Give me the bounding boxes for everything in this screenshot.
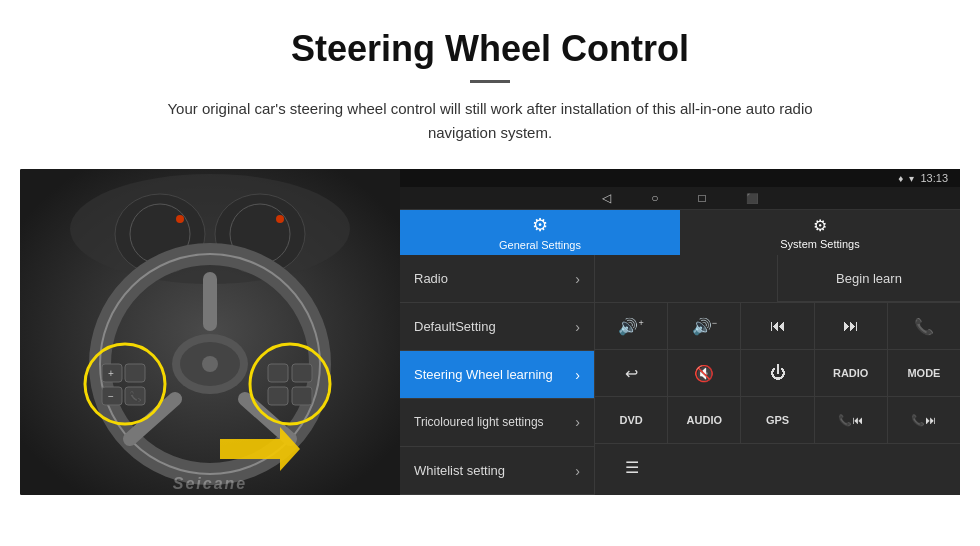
nav-recents-icon[interactable]: □ [699, 191, 706, 205]
dvd-button[interactable]: DVD [595, 397, 668, 443]
menu-item-default[interactable]: DefaultSetting › [400, 303, 594, 351]
android-device: ♦ ▾ 13:13 ◁ ○ □ ⬛ ⚙ General Settings ⚙ [400, 169, 960, 495]
menu-radio-label: Radio [414, 271, 448, 286]
begin-learn-label: Begin learn [836, 271, 902, 286]
phone-icon: 📞 [914, 317, 934, 336]
vol-down-button[interactable]: 🔊− [668, 303, 741, 349]
menu-tricolour-label: Tricoloured light settings [414, 415, 544, 429]
menu-default-label: DefaultSetting [414, 319, 496, 334]
audio-button[interactable]: AUDIO [668, 397, 741, 443]
dvd-label: DVD [619, 414, 642, 426]
chevron-icon: › [575, 414, 580, 431]
svg-point-7 [176, 215, 184, 223]
phone-next-icon: 📞⏭ [911, 414, 936, 427]
button-row-1: 🔊+ 🔊− ⏮ ⏭ 📞 [595, 303, 960, 350]
radio-button[interactable]: RADIO [815, 350, 888, 396]
svg-text:📞: 📞 [129, 390, 142, 403]
wifi-icon: ▾ [909, 173, 914, 184]
android-statusbar: ♦ ▾ 13:13 [400, 169, 960, 187]
menu-item-radio[interactable]: Radio › [400, 255, 594, 303]
panel-empty-box [595, 255, 778, 302]
svg-rect-28 [268, 387, 288, 405]
mute-icon: 🔇 [694, 364, 714, 383]
menu-icon-button[interactable]: ☰ [595, 444, 668, 490]
vol-up-button[interactable]: 🔊+ [595, 303, 668, 349]
svg-point-16 [202, 356, 218, 372]
page-wrapper: Steering Wheel Control Your original car… [0, 0, 980, 495]
android-navbar[interactable]: ◁ ○ □ ⬛ [400, 187, 960, 210]
svg-text:−: − [108, 391, 114, 402]
mode-button[interactable]: MODE [888, 350, 960, 396]
power-icon: ⏻ [770, 364, 786, 382]
vol-down-icon: 🔊− [692, 317, 717, 336]
menu-item-whitelist[interactable]: Whitelist setting › [400, 447, 594, 495]
tab-system[interactable]: ⚙ System Settings [680, 210, 960, 255]
svg-point-2 [70, 174, 350, 284]
audio-label: AUDIO [687, 414, 722, 426]
tab-general[interactable]: ⚙ General Settings [400, 210, 680, 255]
chevron-icon: › [575, 319, 580, 335]
end-call-icon: ↩ [625, 364, 638, 383]
general-settings-label: General Settings [499, 239, 581, 251]
prev-button[interactable]: ⏮ [741, 303, 814, 349]
svg-point-8 [276, 215, 284, 223]
page-subtitle: Your original car's steering wheel contr… [140, 97, 840, 145]
power-button[interactable]: ⏻ [741, 350, 814, 396]
settings-panel: Begin learn 🔊+ 🔊− ⏮ [595, 255, 960, 495]
menu-item-tricolour[interactable]: Tricoloured light settings › [400, 399, 594, 447]
title-divider [470, 80, 510, 83]
nav-extra-icon[interactable]: ⬛ [746, 193, 758, 204]
begin-learn-button[interactable]: Begin learn [778, 255, 960, 302]
mode-label: MODE [907, 367, 940, 379]
svg-rect-26 [268, 364, 288, 382]
chevron-icon: › [575, 271, 580, 287]
settings-tabs: ⚙ General Settings ⚙ System Settings [400, 210, 960, 255]
settings-main: Radio › DefaultSetting › Steering Wheel … [400, 255, 960, 495]
button-row-3: DVD AUDIO GPS 📞⏮ 📞⏭ [595, 397, 960, 444]
steering-wheel-svg: + − 📞 Seicane [20, 169, 400, 495]
end-call-button[interactable]: ↩ [595, 350, 668, 396]
steering-wheel-image: + − 📞 Seicane [20, 169, 400, 495]
phone-button[interactable]: 📞 [888, 303, 960, 349]
system-settings-icon: ⚙ [813, 216, 827, 235]
radio-label: RADIO [833, 367, 868, 379]
panel-top-row: Begin learn [595, 255, 960, 303]
hamburger-icon: ☰ [625, 458, 639, 477]
phone-next-button[interactable]: 📞⏭ [888, 397, 960, 443]
svg-text:Seicane: Seicane [173, 475, 247, 492]
next-icon: ⏭ [843, 317, 859, 335]
menu-item-steering[interactable]: Steering Wheel learning › [400, 351, 594, 399]
svg-rect-27 [292, 364, 312, 382]
svg-rect-29 [292, 387, 312, 405]
phone-prev-icon: 📞⏮ [838, 414, 863, 427]
menu-whitelist-label: Whitelist setting [414, 463, 505, 478]
next-button[interactable]: ⏭ [815, 303, 888, 349]
chevron-icon: › [575, 463, 580, 479]
location-icon: ♦ [898, 173, 903, 184]
button-row-4: ☰ [595, 444, 960, 490]
settings-menu: Radio › DefaultSetting › Steering Wheel … [400, 255, 595, 495]
vol-up-icon: 🔊+ [618, 317, 643, 336]
nav-back-icon[interactable]: ◁ [602, 191, 611, 205]
page-title: Steering Wheel Control [20, 28, 960, 70]
content-area: + − 📞 Seicane [20, 169, 960, 495]
gps-button[interactable]: GPS [741, 397, 814, 443]
time-display: 13:13 [920, 172, 948, 184]
button-row-2: ↩ 🔇 ⏻ RADIO MODE [595, 350, 960, 397]
gps-label: GPS [766, 414, 789, 426]
chevron-icon: › [575, 367, 580, 383]
nav-home-icon[interactable]: ○ [651, 191, 658, 205]
phone-prev-button[interactable]: 📞⏮ [815, 397, 888, 443]
menu-steering-label: Steering Wheel learning [414, 367, 553, 382]
svg-text:+: + [108, 368, 114, 379]
svg-rect-19 [125, 364, 145, 382]
mute-button[interactable]: 🔇 [668, 350, 741, 396]
prev-icon: ⏮ [770, 317, 786, 335]
statusbar-right: ♦ ▾ 13:13 [898, 172, 948, 184]
page-header: Steering Wheel Control Your original car… [0, 0, 980, 155]
general-settings-icon: ⚙ [532, 214, 548, 236]
system-settings-label: System Settings [780, 238, 859, 250]
